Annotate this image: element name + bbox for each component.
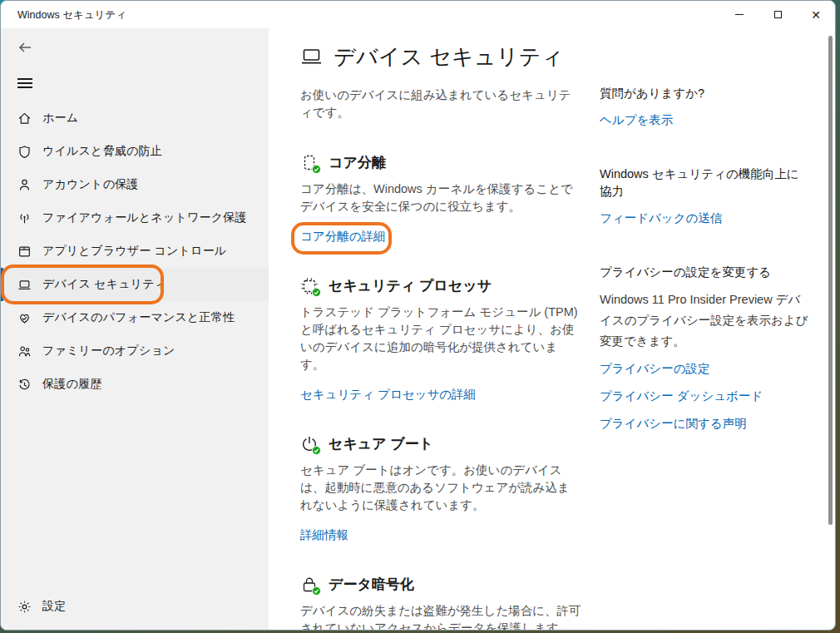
page-subtitle: お使いのデバイスに組み込まれているセキュリティです。 <box>300 87 581 121</box>
security-processor-icon <box>300 277 319 295</box>
family-icon <box>17 344 32 359</box>
aside-heading: プライバシーの設定を変更する <box>600 264 809 281</box>
send-feedback-link[interactable]: フィードバックの送信 <box>600 211 722 225</box>
aside-heading: 質問がありますか? <box>600 85 809 102</box>
section-title: セキュリティ プロセッサ <box>329 276 492 295</box>
sidebar-item-app-browser-control[interactable]: アプリとブラウザー コントロール <box>1 235 269 268</box>
privacy-dashboard-link[interactable]: プライバシー ダッシュボード <box>600 389 763 403</box>
aside-group-feedback: Windows セキュリティの機能向上に協力 フィードバックの送信 <box>600 166 809 229</box>
data-encryption-icon <box>300 576 319 594</box>
sidebar-item-label: アプリとブラウザー コントロール <box>42 244 226 259</box>
sidebar-item-account-protection[interactable]: アカウントの保護 <box>1 168 269 201</box>
section-body: トラステッド プラットフォーム モジュール (TPM) と呼ばれるセキュリティ … <box>300 304 581 373</box>
sidebar-nav: ホーム ウイルスと脅威の防止 アカウントの保護 ファイアウォールとネットワーク保… <box>1 101 269 401</box>
back-button[interactable] <box>9 35 42 62</box>
sidebar-item-label: ファイアウォールとネットワーク保護 <box>42 210 247 225</box>
status-ok-badge <box>312 586 321 596</box>
aside-help-panel: 質問がありますか? ヘルプを表示 Windows セキュリティの機能向上に協力 … <box>600 85 809 469</box>
section-body: コア分離は、Windows カーネルを保護することでデバイスを安全に保つのに役立… <box>300 181 581 215</box>
secure-boot-details-link[interactable]: 詳細情報 <box>300 528 348 542</box>
vertical-scrollbar[interactable] <box>828 36 833 525</box>
aside-group-questions: 質問がありますか? ヘルプを表示 <box>600 85 809 131</box>
minimize-icon <box>735 14 744 15</box>
windows-security-window: Windows セキュリティ ✕ ホーム <box>0 0 836 631</box>
sidebar-item-virus-threat-protection[interactable]: ウイルスと脅威の防止 <box>1 135 269 168</box>
sidebar-item-firewall-network[interactable]: ファイアウォールとネットワーク保護 <box>1 201 269 235</box>
close-icon: ✕ <box>811 8 821 22</box>
security-processor-details-link[interactable]: セキュリティ プロセッサの詳細 <box>300 388 476 401</box>
gear-icon <box>17 600 32 614</box>
aside-heading: Windows セキュリティの機能向上に協力 <box>600 166 809 200</box>
status-ok-badge <box>312 288 321 297</box>
device-security-page-icon <box>300 47 323 67</box>
window-controls: ✕ <box>720 1 835 28</box>
secure-boot-icon <box>300 435 319 453</box>
sidebar-item-label: デバイス セキュリティ <box>42 277 166 292</box>
core-isolation-details-link[interactable]: コア分離の詳細 <box>300 230 386 243</box>
sidebar-item-device-security[interactable]: デバイス セキュリティ <box>1 268 269 301</box>
navigation-menu-button[interactable] <box>9 70 42 96</box>
close-button[interactable]: ✕ <box>797 1 835 28</box>
sidebar-item-label: デバイスのパフォーマンスと正常性 <box>42 310 235 325</box>
status-ok-badge <box>312 446 321 455</box>
laptop-icon <box>17 278 32 292</box>
sidebar-item-device-performance-health[interactable]: デバイスのパフォーマンスと正常性 <box>1 301 269 334</box>
privacy-statement-link[interactable]: プライバシーに関する声明 <box>600 417 747 430</box>
maximize-icon <box>774 11 782 18</box>
sidebar-item-label: ウイルスと脅威の防止 <box>42 144 162 159</box>
title-bar: Windows セキュリティ ✕ <box>1 1 835 28</box>
sidebar-item-family-options[interactable]: ファミリーのオプション <box>1 334 269 368</box>
home-icon <box>17 111 32 126</box>
sidebar-item-protection-history[interactable]: 保護の履歴 <box>1 368 269 401</box>
person-icon <box>17 178 32 192</box>
sidebar-item-label: アカウントの保護 <box>42 177 139 192</box>
maximize-button[interactable] <box>758 1 797 28</box>
minimize-button[interactable] <box>720 1 758 28</box>
show-help-link[interactable]: ヘルプを表示 <box>600 113 673 126</box>
hamburger-icon <box>17 76 32 91</box>
sidebar-item-label: ファミリーのオプション <box>42 344 175 359</box>
privacy-settings-link[interactable]: プライバシーの設定 <box>600 362 710 375</box>
heart-pulse-icon <box>17 311 32 325</box>
section-body: デバイスの紛失または盗難が発生した場合に、許可されていないアクセスからデータを保… <box>300 602 581 631</box>
section-title: コア分離 <box>329 153 386 172</box>
section-secure-boot: セキュア ブート セキュア ブートはオンです。お使いのデバイスは、起動時に悪意の… <box>300 434 581 543</box>
sidebar-item-label: 保護の履歴 <box>42 377 101 392</box>
sidebar-item-label: ホーム <box>42 111 78 126</box>
main-content: デバイス セキュリティ お使いのデバイスに組み込まれているセキュリティです。 コ… <box>300 42 581 631</box>
history-icon <box>17 378 32 392</box>
aside-group-privacy: プライバシーの設定を変更する Windows 11 Pro Insider Pr… <box>600 264 809 434</box>
back-arrow-icon <box>17 41 32 57</box>
section-data-encryption: データ暗号化 デバイスの紛失または盗難が発生した場合に、許可されていないアクセス… <box>300 575 581 631</box>
page-title: デバイス セキュリティ <box>334 42 564 72</box>
core-isolation-icon <box>300 154 319 172</box>
settings-label: 設定 <box>42 599 66 614</box>
shield-icon <box>17 145 32 159</box>
section-body: セキュア ブートはオンです。お使いのデバイスは、起動時に悪意のあるソフトウェアが… <box>300 462 581 514</box>
section-title: データ暗号化 <box>329 575 414 594</box>
window-title: Windows セキュリティ <box>17 8 126 22</box>
sidebar: ホーム ウイルスと脅威の防止 アカウントの保護 ファイアウォールとネットワーク保… <box>1 28 269 630</box>
section-security-processor: セキュリティ プロセッサ トラステッド プラットフォーム モジュール (TPM)… <box>300 276 581 403</box>
status-ok-badge <box>312 165 321 174</box>
apps-browser-icon <box>17 245 32 259</box>
sidebar-item-settings[interactable]: 設定 <box>1 590 269 623</box>
section-core-isolation: コア分離 コア分離は、Windows カーネルを保護することでデバイスを安全に保… <box>300 153 581 245</box>
section-title: セキュア ブート <box>329 434 433 453</box>
aside-privacy-body: Windows 11 Pro Insider Preview デバイスのプライバ… <box>600 289 809 352</box>
sidebar-item-home[interactable]: ホーム <box>1 101 269 135</box>
network-icon <box>17 211 32 225</box>
